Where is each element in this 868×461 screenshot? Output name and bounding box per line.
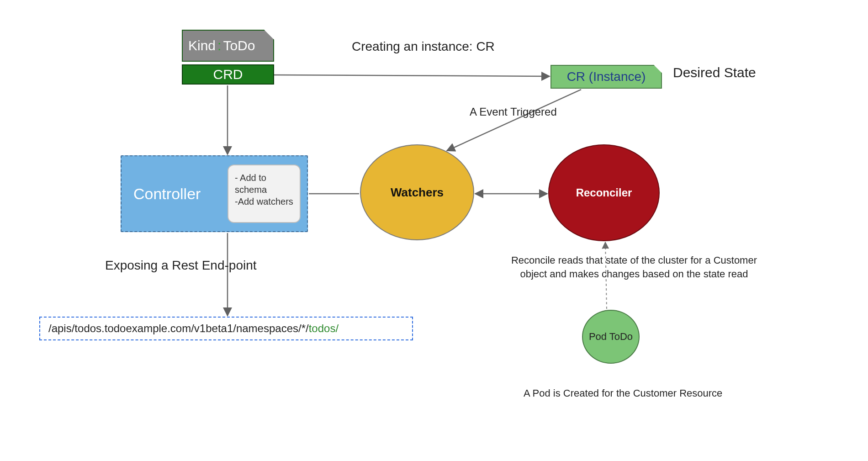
watchers-label: Watchers xyxy=(391,185,444,200)
pod-todo-label: Pod ToDo xyxy=(589,331,633,343)
controller-note-2: -Add watchers xyxy=(235,196,293,207)
cr-instance-label: CR (Instance) xyxy=(567,69,646,84)
api-path-box: /apis/todos.todoexample.com/v1beta1/name… xyxy=(39,317,413,340)
pod-todo-node: Pod ToDo xyxy=(582,310,640,364)
event-triggered-label: A Event Triggered xyxy=(470,105,557,119)
watchers-node: Watchers xyxy=(360,144,474,240)
controller-title: Controller xyxy=(133,185,201,203)
reconciler-label: Reconciler xyxy=(576,186,632,199)
controller-box: Controller - Add to schema -Add watchers xyxy=(121,155,308,232)
creating-instance-label: Creating an instance: CR xyxy=(352,39,495,54)
reconciler-node: Reconciler xyxy=(548,144,660,241)
reconcile-description: Reconcile reads that state of the cluste… xyxy=(502,254,767,281)
controller-notes: - Add to schema -Add watchers xyxy=(228,164,301,223)
api-path-prefix: /apis/todos.todoexample.com/v1beta1/name… xyxy=(48,322,309,335)
api-path-resource: todos/ xyxy=(309,322,339,335)
crd-label: CRD xyxy=(213,67,243,82)
cr-instance-box: CR (Instance) xyxy=(550,65,662,89)
svg-line-0 xyxy=(274,75,550,76)
controller-note-1: - Add to schema xyxy=(235,172,293,196)
expose-rest-label: Exposing a Rest End-point xyxy=(105,257,257,274)
crd-box: CRD xyxy=(182,64,274,85)
kind-separator: : xyxy=(217,38,221,53)
desired-state-label: Desired State xyxy=(673,65,764,81)
kind-value: ToDo xyxy=(223,38,255,53)
pod-created-description: A Pod is Created for the Customer Resour… xyxy=(524,387,734,400)
kind-key: Kind xyxy=(188,38,216,53)
svg-line-5 xyxy=(447,90,581,151)
kind-box: Kind : ToDo xyxy=(182,30,274,62)
